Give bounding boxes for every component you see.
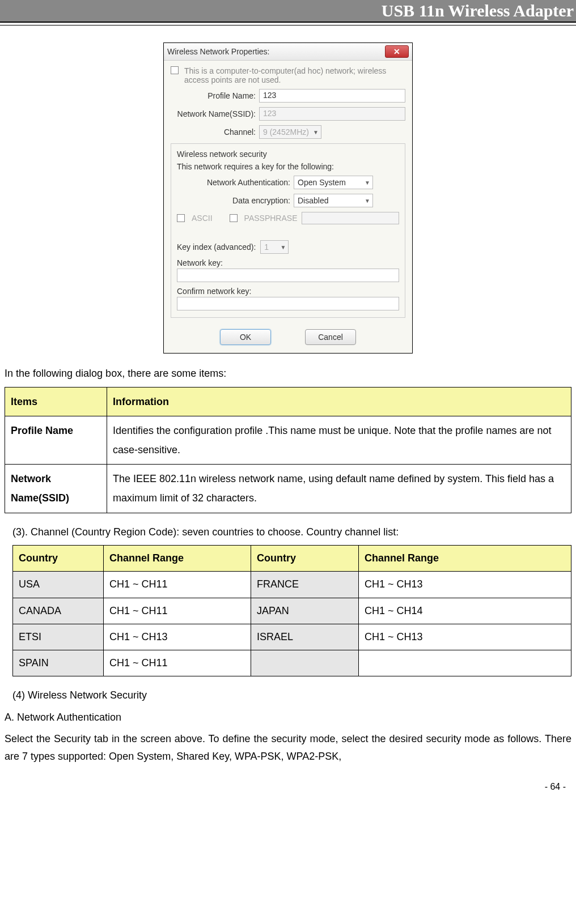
table-row: USA CH1 ~ CH11 FRANCE CH1 ~ CH13 [13, 572, 571, 598]
range-cell [359, 650, 571, 676]
table-row: Network Name(SSID) The IEEE 802.11n wire… [5, 465, 571, 513]
table-row: ETSI CH1 ~ CH13 ISRAEL CH1 ~ CH13 [13, 624, 571, 650]
encryption-select[interactable]: Disabled ▼ [294, 194, 373, 207]
range-cell: CH1 ~ CH13 [359, 624, 571, 650]
profile-name-label: Profile Name: [171, 91, 256, 100]
auth-value: Open System [298, 178, 346, 187]
country-cell: USA [13, 572, 104, 598]
auth-description: Select the Security tab in the screen ab… [5, 730, 571, 765]
wireless-properties-dialog: Wireless Network Properties: ✕ This is a… [163, 42, 413, 354]
items-header-items: Items [5, 387, 107, 416]
range-header-2: Channel Range [359, 546, 571, 572]
item-name: Profile Name [5, 416, 107, 464]
chevron-down-icon: ▼ [365, 180, 370, 186]
security-fieldset: Wireless network security This network r… [171, 143, 405, 318]
item-info: The IEEE 802.11n wireless network name, … [107, 465, 571, 513]
country-header-1: Country [13, 546, 104, 572]
range-cell: CH1 ~ CH11 [104, 598, 251, 624]
keyindex-select[interactable]: 1 ▼ [260, 240, 289, 254]
passphrase-checkbox[interactable] [230, 214, 238, 222]
network-key-input[interactable] [177, 269, 399, 282]
country-cell: ETSI [13, 624, 104, 650]
range-cell: CH1 ~ CH13 [104, 624, 251, 650]
ssid-input[interactable]: 123 [259, 107, 405, 121]
range-cell: CH1 ~ CH14 [359, 598, 571, 624]
country-cell: CANADA [13, 598, 104, 624]
country-cell [251, 650, 359, 676]
ascii-label: ASCII [192, 214, 213, 223]
ok-button[interactable]: OK [220, 329, 271, 345]
security-desc: This network requires a key for the foll… [177, 162, 399, 171]
items-header-info: Information [107, 387, 571, 416]
confirm-key-input[interactable] [177, 297, 399, 310]
country-header-2: Country [251, 546, 359, 572]
range-cell: CH1 ~ CH13 [359, 572, 571, 598]
security-heading: (4) Wireless Network Security [5, 687, 571, 704]
ascii-checkbox[interactable] [177, 214, 185, 222]
item-info: Identifies the configuration profile .Th… [107, 416, 571, 464]
page-number: - 64 - [5, 782, 571, 792]
channel-label: Channel: [171, 127, 256, 137]
country-cell: JAPAN [251, 598, 359, 624]
encryption-label: Data encryption: [177, 196, 290, 205]
channel-value: 9 (2452MHz) [263, 127, 309, 137]
country-cell: ISRAEL [251, 624, 359, 650]
header-title: USB 11n Wireless Adapter [0, 0, 576, 23]
network-key-label: Network key: [177, 258, 399, 267]
chevron-down-icon: ▼ [280, 244, 286, 250]
country-table: Country Channel Range Country Channel Ra… [12, 545, 571, 676]
channel-select[interactable]: 9 (2452MHz) ▼ [259, 125, 321, 139]
dialog-title: Wireless Network Properties: [167, 47, 270, 56]
profile-name-input[interactable]: 123 [259, 89, 405, 103]
intro-text: In the following dialog box, there are s… [5, 365, 571, 382]
keyindex-label: Key index (advanced): [177, 242, 256, 252]
item-name: Network Name(SSID) [5, 465, 107, 513]
dialog-screenshot: Wireless Network Properties: ✕ This is a… [5, 42, 571, 354]
adhoc-label: This is a computer-to-computer(ad hoc) n… [184, 66, 405, 84]
range-cell: CH1 ~ CH11 [104, 650, 251, 676]
table-row: SPAIN CH1 ~ CH11 [13, 650, 571, 676]
auth-select[interactable]: Open System ▼ [294, 176, 373, 189]
confirm-key-label: Confirm network key: [177, 287, 399, 296]
channel-intro: (3). Channel (Country Region Code): seve… [5, 523, 571, 541]
passphrase-label: PASSPHRASE [244, 214, 298, 223]
encryption-value: Disabled [298, 196, 328, 205]
items-table: Items Information Profile Name Identifie… [5, 387, 571, 513]
chevron-down-icon: ▼ [365, 198, 370, 204]
ssid-label: Network Name(SSID): [171, 109, 256, 118]
header-rule [0, 25, 576, 25]
country-cell: SPAIN [13, 650, 104, 676]
cancel-button[interactable]: Cancel [305, 329, 356, 345]
security-legend: Wireless network security [175, 150, 269, 159]
chevron-down-icon: ▼ [313, 129, 319, 135]
adhoc-checkbox[interactable] [171, 66, 179, 74]
range-header-1: Channel Range [104, 546, 251, 572]
range-cell: CH1 ~ CH11 [104, 572, 251, 598]
keyindex-value: 1 [264, 242, 269, 252]
passphrase-input[interactable] [302, 212, 399, 224]
auth-label: Network Authentication: [177, 178, 290, 187]
country-cell: FRANCE [251, 572, 359, 598]
auth-subheading: A. Network Authentication [5, 709, 571, 726]
table-row: CANADA CH1 ~ CH11 JAPAN CH1 ~ CH14 [13, 598, 571, 624]
close-icon[interactable]: ✕ [385, 45, 409, 58]
table-row: Profile Name Identifies the configuratio… [5, 416, 571, 464]
